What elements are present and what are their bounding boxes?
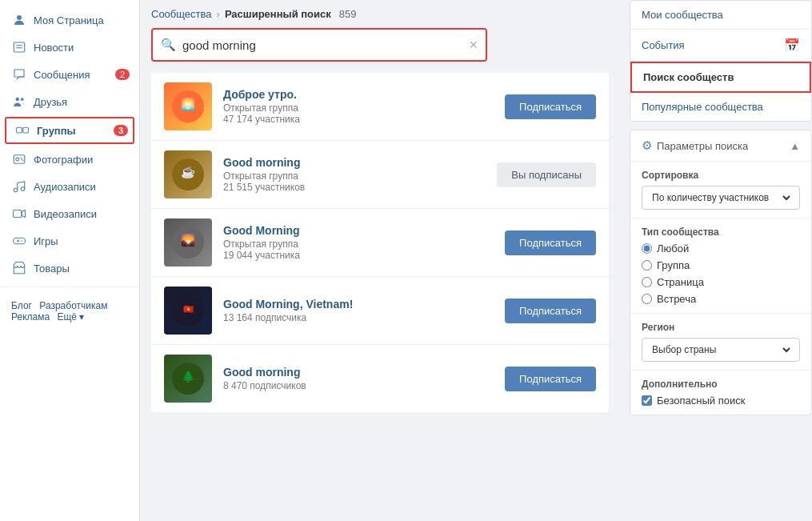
sort-select-box: По количеству участников По дате создани…: [642, 186, 800, 210]
type-event[interactable]: Встреча: [642, 293, 800, 305]
type-page[interactable]: Страница: [642, 276, 800, 288]
type-group[interactable]: Группа: [642, 259, 800, 271]
svg-text:🌄: 🌄: [181, 233, 196, 247]
sort-select[interactable]: По количеству участников По дате создани…: [649, 191, 793, 204]
my-communities-link[interactable]: Мои сообщества: [630, 1, 811, 30]
sidebar-item-news[interactable]: Новости: [0, 34, 139, 61]
subscribe-button[interactable]: Подписаться: [505, 367, 596, 391]
type-section: Тип сообщества Любой Группа Страница: [630, 218, 811, 314]
svg-point-9: [16, 158, 19, 161]
sidebar-item-friends[interactable]: Друзья: [0, 88, 139, 115]
popular-communities-link[interactable]: Популярные сообщества: [630, 93, 811, 121]
result-name[interactable]: Good Morning, Vietnam!: [223, 298, 494, 311]
result-members: 8 470 подписчиков: [223, 380, 494, 391]
subscribe-button[interactable]: Подписаться: [505, 299, 596, 323]
svg-rect-1: [14, 42, 25, 52]
sort-label: Сортировка: [642, 170, 800, 181]
blog-link[interactable]: Блог: [11, 300, 32, 311]
avatar: 🌅: [164, 82, 212, 130]
people-icon: [11, 94, 27, 110]
sidebar-item-audio[interactable]: Аудиозаписи: [0, 173, 139, 200]
video-icon: [11, 206, 27, 222]
filter-icon: ⚙: [642, 138, 652, 153]
svg-point-16: [21, 240, 22, 242]
sidebar-footer: Блог Разработчикам Реклама Ещё ▾: [0, 292, 139, 331]
region-label: Регион: [642, 322, 800, 333]
photo-icon: [11, 151, 27, 167]
newspaper-icon: [11, 39, 27, 55]
ads-link[interactable]: Реклама: [11, 311, 50, 323]
svg-text:🌲: 🌲: [182, 370, 195, 383]
result-members: 13 164 подписчика: [223, 312, 494, 323]
events-link[interactable]: События 📅: [630, 30, 811, 62]
search-input[interactable]: [182, 38, 469, 52]
search-box: 🔍 ×: [151, 28, 487, 62]
sidebar-item-games[interactable]: Игры: [0, 227, 139, 254]
sidebar-item-video[interactable]: Видеозаписи: [0, 200, 139, 227]
result-type: Открытая группа: [223, 238, 494, 250]
sidebar-item-market[interactable]: Товары: [0, 254, 139, 282]
subscribe-button[interactable]: Подписаться: [505, 94, 596, 119]
table-row: ☕ Good morning Открытая группа 21 515 уч…: [151, 141, 609, 209]
safe-search-label: Безопасный поиск: [657, 395, 745, 407]
breadcrumb-current: Расширенный поиск: [225, 8, 331, 20]
type-event-radio[interactable]: [642, 294, 652, 304]
type-group-radio[interactable]: [642, 260, 652, 271]
region-select[interactable]: Выбор страны: [649, 343, 793, 356]
person-icon: [11, 12, 27, 28]
clear-search-icon[interactable]: ×: [469, 37, 478, 54]
search-communities-link[interactable]: Поиск сообществ: [630, 62, 811, 93]
shop-icon: [11, 260, 27, 276]
type-any-radio[interactable]: [642, 243, 652, 254]
result-info: Good Morning, Vietnam! 13 164 подписчика: [223, 298, 494, 323]
groups-icon: [14, 122, 30, 138]
subscribe-button[interactable]: Подписаться: [505, 230, 596, 255]
svg-text:☕: ☕: [181, 165, 196, 179]
avatar: ☕: [164, 150, 212, 198]
dev-link[interactable]: Разработчикам: [39, 300, 107, 311]
avatar: 🇻🇳: [164, 287, 212, 335]
result-name[interactable]: Good morning: [223, 156, 486, 169]
sidebar-item-my-page[interactable]: Моя Страница: [0, 6, 139, 34]
more-link[interactable]: Ещё ▾: [57, 311, 84, 323]
type-page-radio[interactable]: [642, 277, 652, 287]
sidebar-item-photos[interactable]: Фотографии: [0, 146, 139, 173]
svg-point-11: [21, 187, 25, 191]
sidebar-divider: [0, 287, 139, 287]
type-radio-group: Любой Группа Страница Встреча: [642, 242, 800, 305]
subscribed-button[interactable]: Вы подписаны: [497, 162, 596, 187]
svg-point-5: [21, 98, 24, 101]
result-action: Подписаться: [505, 367, 596, 391]
sidebar-item-groups[interactable]: Группы 3: [5, 117, 134, 144]
params-header: ⚙ Параметры поиска ▲: [630, 130, 811, 162]
extra-label: Дополнительно: [642, 379, 800, 390]
result-action: Вы подписаны: [497, 162, 596, 187]
result-name[interactable]: Good morning: [223, 366, 494, 379]
safe-search-checkbox-label[interactable]: Безопасный поиск: [642, 395, 800, 407]
params-collapse-icon[interactable]: ▲: [790, 140, 800, 152]
svg-rect-7: [23, 127, 29, 133]
type-any[interactable]: Любой: [642, 242, 800, 254]
search-result-count: 859: [339, 8, 357, 20]
result-action: Подписаться: [505, 94, 596, 119]
table-row: 🌲 Good morning 8 470 подписчиков Подписа…: [151, 345, 609, 412]
breadcrumb-parent[interactable]: Сообщества: [151, 8, 212, 20]
calendar-icon: 📅: [784, 38, 800, 53]
result-name[interactable]: Доброе утро.: [223, 88, 494, 101]
music-icon: [11, 178, 27, 194]
svg-rect-6: [17, 127, 22, 133]
result-members: 19 044 участника: [223, 250, 494, 261]
sidebar-item-messages[interactable]: Сообщения 2: [0, 61, 139, 88]
svg-point-10: [14, 188, 18, 192]
search-params-panel: ⚙ Параметры поиска ▲ Сортировка По колич…: [630, 130, 812, 415]
params-title: Параметры поиска: [657, 140, 748, 152]
main-content: Сообщества › Расширенный поиск 859 🔍 × 🌅…: [140, 0, 620, 521]
result-info: Good Morning Открытая группа 19 044 учас…: [223, 224, 494, 261]
table-row: 🌅 Доброе утро. Открытая группа 47 174 уч…: [151, 73, 609, 141]
extra-section: Дополнительно Безопасный поиск: [630, 371, 811, 415]
result-action: Подписаться: [505, 230, 596, 255]
safe-search-checkbox[interactable]: [642, 395, 652, 406]
table-row: 🌄 Good Morning Открытая группа 19 044 уч…: [151, 209, 609, 277]
result-name[interactable]: Good Morning: [223, 224, 494, 237]
type-label: Тип сообщества: [642, 226, 800, 238]
